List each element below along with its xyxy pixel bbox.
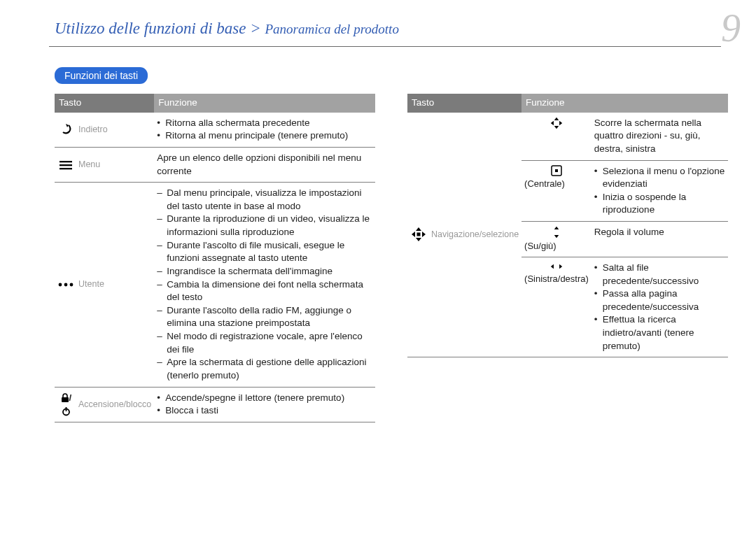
- col-header-funzione: Funzione: [154, 94, 375, 113]
- center-label: (Centrale): [524, 178, 589, 190]
- back-icon: [55, 113, 76, 148]
- dpad-sub-icon: [522, 113, 592, 160]
- list-item: Ritorna alla schermata precedente: [157, 117, 372, 130]
- user-icon: [55, 183, 76, 387]
- menu-text: Apre un elenco delle opzioni disponibili…: [154, 147, 375, 182]
- dpad-text: Scorre la schermata nella quattro direzi…: [592, 113, 728, 160]
- center-button-icon: [551, 165, 562, 176]
- svg-rect-9: [417, 233, 421, 236]
- svg-rect-11: [555, 169, 558, 172]
- menu-icon: [55, 147, 76, 182]
- updown-icon: [551, 226, 562, 239]
- updown-label: (Su/giù): [524, 240, 589, 253]
- table-row: Indietro Ritorna alla schermata preceden…: [55, 113, 375, 148]
- list-item: Salta al file precedente/successivo: [594, 262, 725, 287]
- list-item: Durante l'ascolto di file musicali, eseg…: [157, 239, 372, 265]
- dpad-icon: [407, 113, 428, 357]
- lock-power-icon: /: [55, 387, 76, 422]
- menu-label: Menu: [76, 147, 154, 182]
- svg-point-3: [59, 283, 62, 287]
- key-functions-table-left: Tasto Funzione Indietro Ritorna alla sch…: [55, 94, 375, 422]
- breadcrumb-main: Utilizzo delle funzioni di base: [55, 20, 246, 37]
- breadcrumb-sub: Panoramica del prodotto: [265, 22, 398, 36]
- list-item: Apre la schermata di gestione delle appl…: [157, 356, 372, 382]
- breadcrumb: Utilizzo delle funzioni di base > Panora…: [0, 0, 756, 45]
- key-functions-table-right: Tasto Funzione Navigazione/selezione Sco…: [407, 94, 728, 357]
- list-item: Inizia o sospende la riproduzione: [594, 191, 725, 217]
- list-item: Durante la riproduzione di un video, vis…: [157, 213, 372, 239]
- leftright-icon: [550, 262, 563, 271]
- table-row: Navigazione/selezione Scorre la schermat…: [407, 113, 728, 160]
- list-item: Passa alla pagina precedente/successiva: [594, 287, 725, 313]
- table-row: Utente Dal menu principale, visualizza l…: [55, 183, 375, 387]
- section-title: Funzioni dei tasti: [55, 67, 148, 84]
- list-item: Effettua la ricerca indietro/avanti (ten…: [594, 313, 725, 353]
- page-number: 9: [721, 6, 741, 50]
- col-header-tasto: Tasto: [407, 94, 522, 113]
- list-item: Ingrandisce la schermata dell'immagine: [157, 265, 372, 278]
- list-item: Accende/spegne il lettore (tenere premut…: [157, 392, 372, 405]
- power-label: Accensione/blocco: [76, 387, 154, 422]
- col-header-funzione: Funzione: [522, 94, 728, 113]
- user-label: Utente: [76, 183, 154, 387]
- svg-point-5: [70, 283, 74, 287]
- list-item: Nel modo di registrazione vocale, apre l…: [157, 330, 372, 356]
- list-item: Ritorna al menu principale (tenere premu…: [157, 129, 372, 143]
- list-item: Durante l'ascolto della radio FM, aggiun…: [157, 304, 372, 330]
- svg-rect-8: [65, 407, 66, 411]
- leftright-label: (Sinistra/destra): [524, 273, 589, 285]
- back-label: Indietro: [76, 113, 154, 148]
- list-item: Cambia la dimensione dei font nella sche…: [157, 278, 372, 304]
- svg-rect-0: [59, 161, 72, 162]
- list-item: Dal menu principale, visualizza le impos…: [157, 187, 372, 213]
- svg-rect-1: [59, 164, 72, 166]
- list-item: Seleziona il menu o l'opzione evidenziat…: [594, 165, 725, 191]
- table-row: Menu Apre un elenco delle opzioni dispon…: [55, 147, 375, 182]
- svg-rect-2: [59, 168, 72, 169]
- col-header-tasto: Tasto: [55, 94, 154, 113]
- list-item: Blocca i tasti: [157, 404, 372, 418]
- updown-text: Regola il volume: [592, 222, 728, 257]
- svg-point-4: [64, 283, 68, 287]
- svg-rect-6: [62, 397, 69, 402]
- table-row: / Accensione/blocco Accende/spegne il le…: [55, 387, 375, 422]
- breadcrumb-sep: >: [246, 20, 265, 37]
- nav-label: Navigazione/selezione: [428, 113, 522, 357]
